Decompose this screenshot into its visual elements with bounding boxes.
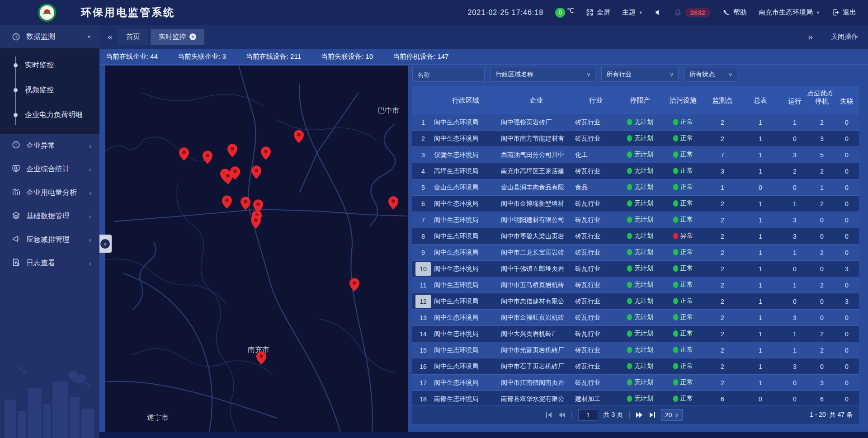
cell-offline: 0 [835,119,859,126]
table-row[interactable]: 5 营山生态环境局 营山县润丰肉食品有限 食品 无计划 正常 1 0 0 1 0 [412,179,859,196]
sidebar-subitem[interactable]: 企业电力负荷明细 [0,103,99,127]
map-marker-pin-icon[interactable] [179,147,189,161]
logout-button[interactable]: 退出 [832,8,856,17]
table-row[interactable]: 11 阆中生态环境局 阆中市五马桥页岩机砖 砖瓦行业 无计划 正常 2 1 1 … [412,277,859,293]
first-page-button[interactable] [546,412,553,418]
cell-running: 1 [780,347,809,354]
row-index: 8 [415,230,431,243]
org-dropdown[interactable]: 南充市生态环境局 ▼ [759,8,820,17]
map-marker-pin-icon[interactable] [256,351,266,365]
table-row[interactable]: 10 阆中生态环境局 阆中千佛镇五郎垭页岩 砖瓦行业 无计划 正常 2 1 0 … [412,261,859,277]
table-row[interactable]: 7 阆中生态环境局 阆中明阳建材有限公司 砖瓦行业 无计划 正常 2 1 3 0 [412,212,859,228]
bell-icon [674,9,682,16]
cell-region: 阆中生态环境局 [432,265,499,273]
sidebar-item[interactable]: 日志查看 ‹ [0,251,99,275]
cell-running: 2 [780,168,809,175]
table-row[interactable]: 4 高坪生态环境局 南充市高坪区王家店建 砖瓦行业 无计划 正常 3 1 2 2 [412,163,859,179]
cell-monitor-points: 2 [704,379,741,386]
tab-home[interactable]: 首页 [118,29,148,45]
sidebar-collapse-handle[interactable]: ‹ [99,235,112,253]
status-dot-icon [627,151,632,158]
map-marker-pin-icon[interactable] [227,144,237,157]
table-row[interactable]: 16 阆中生态环境局 阆中市石子页岩机砖厂 砖瓦行业 无计划 正常 2 1 3 … [412,358,859,375]
stat-label: 当前停机设备: [393,52,435,60]
tabs-scroll-left-button[interactable]: « [104,32,115,42]
map-marker-pin-icon[interactable] [251,165,261,179]
cell-monitor-points: 2 [704,330,741,338]
region-select[interactable]: 行政区域名称 ∨ [491,67,595,82]
chevron-down-icon: ∨ [728,71,732,78]
cell-industry: 砖瓦行业 [573,363,618,371]
skyline-decoration [0,357,99,438]
tab-realtime-monitor[interactable]: 实时监控 ✕ [151,29,204,45]
help-button[interactable]: 帮助 [722,8,747,17]
table-row[interactable]: 2 阆中生态环境局 阆中市南方节能建材有 砖瓦行业 无计划 正常 2 1 0 3 [412,131,859,147]
sidebar-subitem[interactable]: 视频监控 [0,78,99,103]
table-row[interactable]: 3 仪陇生态环境局 西南油气田分公司川中 化工 无计划 正常 7 1 3 5 0 [412,147,859,163]
table-row[interactable]: 8 阆中生态环境局 阆中市枣碧大梁山页岩 砖瓦行业 无计划 异常 2 1 3 0 [412,228,859,245]
previous-page-button[interactable] [558,412,566,418]
table-row[interactable]: 9 阆中生态环境局 阆中市二龙长宝页岩砖 砖瓦行业 无计划 正常 2 1 1 2 [412,245,859,261]
tabs-scroll-right-button[interactable]: » [804,32,816,42]
table-row[interactable]: 13 阆中生态环境局 阆中市金福旺页岩机砖 砖瓦行业 无计划 正常 2 1 3 … [412,310,859,326]
name-search-input[interactable] [412,67,485,82]
sidebar-item[interactable]: 应急减排管理 ‹ [0,228,99,251]
col-stopped: 停机 [809,97,835,106]
sidebar-subitem[interactable]: 实时监控 [0,53,99,78]
map-marker-pin-icon[interactable] [222,195,232,209]
cell-monitor-points: 2 [704,314,741,321]
sidebar-item[interactable]: 企业用电量分析 ‹ [0,181,99,204]
status-dot-icon [627,265,632,272]
last-page-button[interactable] [648,412,656,418]
close-operations-button[interactable]: 关闭操作 [831,33,858,41]
map-panel[interactable]: 巴中市 南充市 遂宁市 [105,66,408,432]
status-dot-icon [627,119,632,125]
tab-label: 实时监控 [159,33,186,41]
map-marker-pin-icon[interactable] [241,197,250,210]
theme-dropdown[interactable]: 主题 ▼ [622,8,643,17]
map-marker-pin-icon[interactable] [251,215,261,229]
sidebar-group-data-monitor[interactable]: 数据监测 ▼ [0,25,99,48]
mute-button[interactable] [655,9,662,16]
table-row[interactable]: 15 阆中生态环境局 阆中市光富页岩机砖厂 砖瓦行业 无计划 正常 2 1 1 … [412,342,859,358]
map-marker-pin-icon[interactable] [203,151,212,164]
industry-select[interactable]: 所有行业 ∨ [601,67,679,82]
tab-close-icon[interactable]: ✕ [189,33,196,40]
chevron-down-icon: ∨ [670,71,674,78]
status-dot-icon [627,396,632,402]
gauge-clock-icon [12,33,20,41]
map-marker-pin-icon[interactable] [349,278,359,292]
stat-value: 10 [365,52,373,60]
page-size-select[interactable]: 20 ∨ [661,409,683,421]
sidebar-item[interactable]: 企业异常 ‹ [0,134,99,157]
map-marker-pin-icon[interactable] [388,196,398,210]
cell-stopped: 6 [809,396,835,403]
map-marker-pin-icon[interactable] [294,130,304,143]
next-page-button[interactable] [636,412,643,418]
table-row[interactable]: 14 阆中生态环境局 阆中大兴页岩机砖厂 砖瓦行业 无计划 正常 2 1 1 2 [412,326,859,342]
table-row[interactable]: 18 南部生态环境局 南部县双华水泥有限公 建材加工 无计划 正常 6 0 0 … [412,391,859,405]
map-marker-pin-icon[interactable] [230,166,240,180]
top-header: 环保用电监管系统 2021-02-25 17:46:18 0 ℃ 全屏 主题 ▼… [0,0,868,25]
cell-production-limit: 无计划 [634,313,653,321]
help-label: 帮助 [733,8,747,17]
page-number-input[interactable] [578,409,598,421]
cell-pollution-facility: 正常 [680,248,693,256]
cell-company: 阆中市南方节能建材有 [499,135,573,143]
table-row[interactable]: 17 阆中生态环境局 阆中市江南镇阆南页岩 砖瓦行业 无计划 正常 2 1 0 … [412,375,859,391]
sidebar-item[interactable]: 基础数据管理 ‹ [0,204,99,228]
notifications[interactable]: 2632 [674,8,711,17]
cell-monitor-points: 2 [704,282,741,289]
status-select[interactable]: 所有状态 ∨ [684,67,737,82]
fullscreen-button[interactable]: 全屏 [586,8,610,17]
table-row[interactable]: 12 阆中生态环境局 阆中市忠信建材有限公 砖瓦行业 无计划 正常 2 1 0 … [412,293,859,310]
sidebar-item[interactable]: 企业综合统计 ‹ [0,157,99,181]
cell-region: 阆中生态环境局 [432,135,499,143]
table-row[interactable]: 1 阆中生态环境局 阆中强锐页岩砖厂 砖瓦行业 无计划 正常 2 1 1 2 0 [412,114,859,131]
cell-production-limit: 无计划 [634,118,653,126]
cell-company: 阆中市二龙长宝页岩砖 [499,249,573,257]
map-marker-pin-icon[interactable] [261,146,271,160]
table-row[interactable]: 6 阆中生态环境局 阆中市金博瑞新型墙材 砖瓦行业 无计划 正常 2 1 1 2 [412,196,859,212]
col-running: 运行 [780,97,809,106]
row-index: 16 [415,360,431,373]
